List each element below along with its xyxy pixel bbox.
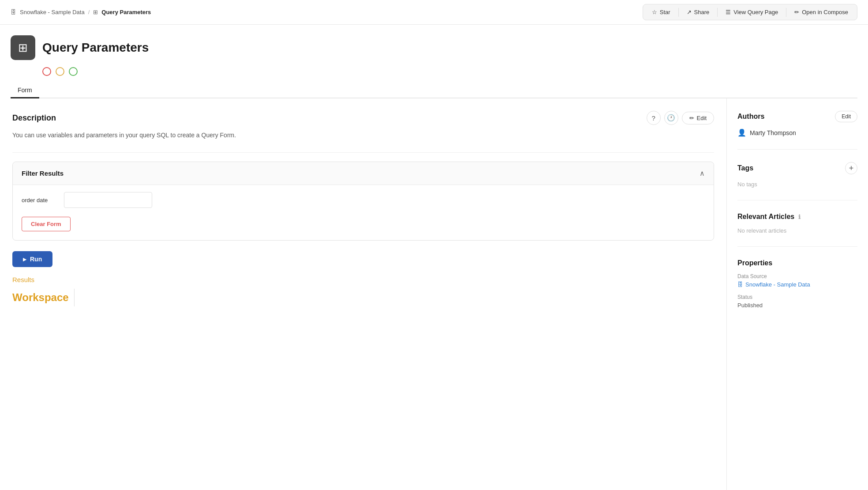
run-label: Run [30,256,42,263]
query-icon: ⊞ [93,9,98,15]
order-date-label: order date [22,197,57,204]
order-date-input[interactable] [64,192,152,208]
tab-form[interactable]: Form [11,83,39,98]
tabs-row: Form [11,83,857,98]
share-label: Share [694,9,710,15]
color-dots [42,67,857,76]
chevron-up-icon[interactable]: ∧ [700,169,705,177]
pen-icon: ✏ [794,9,799,15]
star-button[interactable]: ☆ Star [647,6,676,18]
description-title: Description [12,113,56,123]
description-section: Description ? 🕐 ✏ Edit You can use varia… [12,111,714,140]
tags-title: Tags [737,164,753,172]
top-action-bar: ☆ Star ↗ Share ☰ View Query Page ✏ Open … [643,4,857,20]
open-compose-label: Open in Compose [802,9,848,15]
edit-icon: ✏ [689,115,694,121]
database-icon: 🗄 [11,9,16,15]
filter-card-title: Filter Results [22,170,64,177]
action-divider-1 [678,8,679,17]
user-icon: 👤 [737,128,746,137]
properties-section-header: Properties [737,259,857,267]
authors-edit-button[interactable]: Edit [835,111,857,122]
description-body: You can use variables and parameters in … [12,130,714,140]
page-icon-char: ⊞ [18,41,28,55]
properties-section: Properties Data Source 🗄 Snowflake - Sam… [737,259,857,327]
description-section-header: Description ? 🕐 ✏ Edit [12,111,714,125]
description-edit-button[interactable]: ✏ Edit [682,112,714,124]
page-header: ⊞ Query Parameters Form [0,25,868,98]
star-icon: ☆ [652,9,657,15]
description-actions: ? 🕐 ✏ Edit [647,111,714,125]
divider-1 [12,152,714,153]
clock-icon: 🕐 [667,114,675,122]
tags-section: Tags + No tags [737,162,857,200]
dot-yellow[interactable] [56,67,64,76]
tags-section-header: Tags + [737,162,857,174]
status-value: Published [737,302,857,309]
page-title: Query Parameters [42,41,149,55]
share-icon: ↗ [687,9,692,15]
order-date-row: order date [22,192,705,208]
filter-card-body: order date Clear Form [13,185,714,240]
action-divider-2 [717,8,718,17]
workspace-title[interactable]: Workspace [12,291,69,304]
clear-form-button[interactable]: Clear Form [22,217,71,231]
authors-section-header: Authors Edit [737,111,857,122]
breadcrumb: 🗄 Snowflake - Sample Data / ⊞ Query Para… [11,9,151,15]
info-icon[interactable]: ℹ [798,214,801,220]
workspace-row: Workspace [12,289,714,306]
right-sidebar: Authors Edit 👤 Marty Thompson Tags + No … [727,98,868,490]
author-row: 👤 Marty Thompson [737,128,857,137]
relevant-articles-label: Relevant Articles [737,213,794,220]
content-area: Description ? 🕐 ✏ Edit You can use varia… [0,98,727,490]
no-tags-text: No tags [737,181,757,188]
relevant-articles-header: Relevant Articles ℹ [737,213,857,221]
run-icon: ▶ [23,257,26,262]
action-divider-3 [786,8,786,17]
run-button[interactable]: ▶ Run [12,251,52,267]
breadcrumb-current: Query Parameters [101,9,151,15]
open-compose-button[interactable]: ✏ Open in Compose [789,6,853,18]
properties-title: Properties [737,259,772,267]
page-title-row: ⊞ Query Parameters [11,35,857,60]
data-source-link[interactable]: 🗄 Snowflake - Sample Data [737,281,857,288]
authors-title: Authors [737,113,764,121]
data-source-value: 🗄 Snowflake - Sample Data [737,281,857,288]
share-button[interactable]: ↗ Share [681,6,715,18]
main-layout: Description ? 🕐 ✏ Edit You can use varia… [0,98,868,490]
question-icon: ? [651,114,655,122]
dot-red[interactable] [42,67,51,76]
page-icon: ⊞ [11,35,35,60]
breadcrumb-source[interactable]: Snowflake - Sample Data [20,9,85,15]
filter-card-header: Filter Results ∧ [13,162,714,185]
dot-green[interactable] [69,67,78,76]
data-source-db-icon: 🗄 [737,281,743,288]
view-query-button[interactable]: ☰ View Query Page [720,6,783,18]
workspace-divider [74,289,75,306]
description-edit-label: Edit [697,115,707,121]
no-articles-text: No relevant articles [737,227,786,234]
data-source-name: Snowflake - Sample Data [745,281,810,288]
list-icon: ☰ [726,9,731,15]
history-button[interactable]: 🕐 [664,111,678,125]
status-label: Status [737,294,857,300]
help-button[interactable]: ? [647,111,661,125]
view-query-label: View Query Page [733,9,778,15]
top-nav: 🗄 Snowflake - Sample Data / ⊞ Query Para… [0,0,868,25]
data-source-label: Data Source [737,273,857,279]
filter-card: Filter Results ∧ order date Clear Form [12,162,714,241]
relevant-articles-title: Relevant Articles ℹ [737,213,801,221]
add-tag-button[interactable]: + [845,162,857,174]
authors-section: Authors Edit 👤 Marty Thompson [737,111,857,150]
relevant-articles-section: Relevant Articles ℹ No relevant articles [737,213,857,247]
star-label: Star [660,9,670,15]
results-link[interactable]: Results [12,276,714,283]
breadcrumb-separator: / [88,9,90,15]
author-name: Marty Thompson [750,129,796,136]
